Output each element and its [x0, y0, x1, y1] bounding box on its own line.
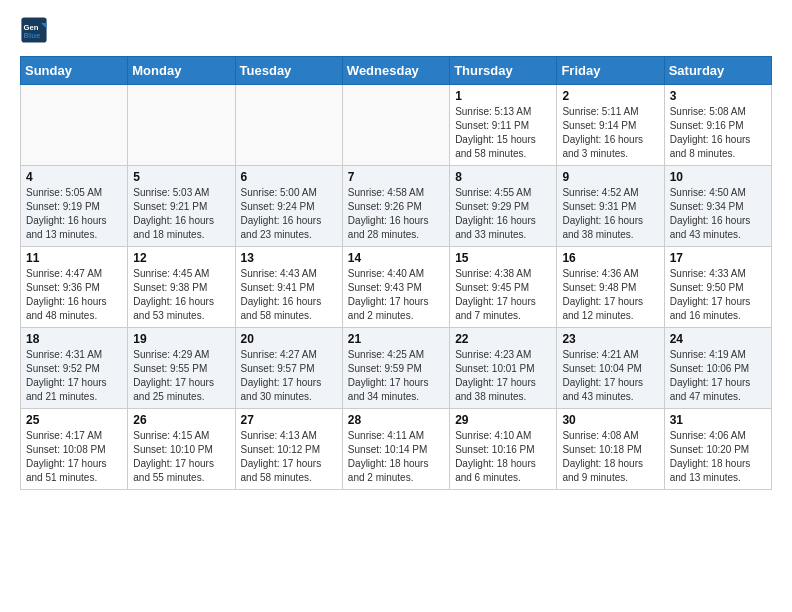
- day-number: 12: [133, 251, 229, 265]
- day-number: 29: [455, 413, 551, 427]
- weekday-header-tuesday: Tuesday: [235, 57, 342, 85]
- weekday-header-saturday: Saturday: [664, 57, 771, 85]
- calendar-cell: 29Sunrise: 4:10 AM Sunset: 10:16 PM Dayl…: [450, 409, 557, 490]
- calendar-cell: 31Sunrise: 4:06 AM Sunset: 10:20 PM Dayl…: [664, 409, 771, 490]
- day-info: Sunrise: 5:05 AM Sunset: 9:19 PM Dayligh…: [26, 186, 122, 242]
- day-info: Sunrise: 4:38 AM Sunset: 9:45 PM Dayligh…: [455, 267, 551, 323]
- calendar-cell: 8Sunrise: 4:55 AM Sunset: 9:29 PM Daylig…: [450, 166, 557, 247]
- day-number: 28: [348, 413, 444, 427]
- day-number: 24: [670, 332, 766, 346]
- weekday-header-friday: Friday: [557, 57, 664, 85]
- calendar-cell: 2Sunrise: 5:11 AM Sunset: 9:14 PM Daylig…: [557, 85, 664, 166]
- day-info: Sunrise: 4:47 AM Sunset: 9:36 PM Dayligh…: [26, 267, 122, 323]
- weekday-header-thursday: Thursday: [450, 57, 557, 85]
- day-info: Sunrise: 4:17 AM Sunset: 10:08 PM Daylig…: [26, 429, 122, 485]
- day-number: 5: [133, 170, 229, 184]
- day-number: 3: [670, 89, 766, 103]
- svg-text:Blue: Blue: [24, 31, 41, 40]
- day-number: 2: [562, 89, 658, 103]
- calendar-cell: 4Sunrise: 5:05 AM Sunset: 9:19 PM Daylig…: [21, 166, 128, 247]
- day-number: 19: [133, 332, 229, 346]
- day-info: Sunrise: 5:13 AM Sunset: 9:11 PM Dayligh…: [455, 105, 551, 161]
- day-number: 6: [241, 170, 337, 184]
- calendar-cell: 28Sunrise: 4:11 AM Sunset: 10:14 PM Dayl…: [342, 409, 449, 490]
- logo-icon: Gen Blue: [20, 16, 48, 44]
- day-info: Sunrise: 4:06 AM Sunset: 10:20 PM Daylig…: [670, 429, 766, 485]
- calendar-cell: 11Sunrise: 4:47 AM Sunset: 9:36 PM Dayli…: [21, 247, 128, 328]
- day-number: 23: [562, 332, 658, 346]
- day-info: Sunrise: 4:43 AM Sunset: 9:41 PM Dayligh…: [241, 267, 337, 323]
- day-number: 22: [455, 332, 551, 346]
- weekday-header-wednesday: Wednesday: [342, 57, 449, 85]
- day-number: 25: [26, 413, 122, 427]
- calendar-table: SundayMondayTuesdayWednesdayThursdayFrid…: [20, 56, 772, 490]
- calendar-cell: 10Sunrise: 4:50 AM Sunset: 9:34 PM Dayli…: [664, 166, 771, 247]
- week-row-1: 1Sunrise: 5:13 AM Sunset: 9:11 PM Daylig…: [21, 85, 772, 166]
- day-number: 7: [348, 170, 444, 184]
- day-info: Sunrise: 4:08 AM Sunset: 10:18 PM Daylig…: [562, 429, 658, 485]
- day-info: Sunrise: 4:13 AM Sunset: 10:12 PM Daylig…: [241, 429, 337, 485]
- day-info: Sunrise: 4:27 AM Sunset: 9:57 PM Dayligh…: [241, 348, 337, 404]
- day-number: 27: [241, 413, 337, 427]
- weekday-header-row: SundayMondayTuesdayWednesdayThursdayFrid…: [21, 57, 772, 85]
- day-info: Sunrise: 5:03 AM Sunset: 9:21 PM Dayligh…: [133, 186, 229, 242]
- calendar-cell: 7Sunrise: 4:58 AM Sunset: 9:26 PM Daylig…: [342, 166, 449, 247]
- day-number: 31: [670, 413, 766, 427]
- calendar-cell: 20Sunrise: 4:27 AM Sunset: 9:57 PM Dayli…: [235, 328, 342, 409]
- day-number: 9: [562, 170, 658, 184]
- day-number: 30: [562, 413, 658, 427]
- day-number: 20: [241, 332, 337, 346]
- day-info: Sunrise: 4:23 AM Sunset: 10:01 PM Daylig…: [455, 348, 551, 404]
- day-number: 14: [348, 251, 444, 265]
- day-info: Sunrise: 4:33 AM Sunset: 9:50 PM Dayligh…: [670, 267, 766, 323]
- page: Gen Blue SundayMondayTuesdayWednesdayThu…: [0, 0, 792, 510]
- calendar-cell: 27Sunrise: 4:13 AM Sunset: 10:12 PM Dayl…: [235, 409, 342, 490]
- calendar-cell: 24Sunrise: 4:19 AM Sunset: 10:06 PM Dayl…: [664, 328, 771, 409]
- calendar-cell: 17Sunrise: 4:33 AM Sunset: 9:50 PM Dayli…: [664, 247, 771, 328]
- calendar-cell: 5Sunrise: 5:03 AM Sunset: 9:21 PM Daylig…: [128, 166, 235, 247]
- day-info: Sunrise: 5:08 AM Sunset: 9:16 PM Dayligh…: [670, 105, 766, 161]
- day-number: 8: [455, 170, 551, 184]
- calendar-cell: 18Sunrise: 4:31 AM Sunset: 9:52 PM Dayli…: [21, 328, 128, 409]
- calendar-cell: 25Sunrise: 4:17 AM Sunset: 10:08 PM Dayl…: [21, 409, 128, 490]
- day-info: Sunrise: 4:40 AM Sunset: 9:43 PM Dayligh…: [348, 267, 444, 323]
- calendar-cell: 15Sunrise: 4:38 AM Sunset: 9:45 PM Dayli…: [450, 247, 557, 328]
- week-row-2: 4Sunrise: 5:05 AM Sunset: 9:19 PM Daylig…: [21, 166, 772, 247]
- day-info: Sunrise: 4:45 AM Sunset: 9:38 PM Dayligh…: [133, 267, 229, 323]
- day-number: 16: [562, 251, 658, 265]
- day-info: Sunrise: 4:15 AM Sunset: 10:10 PM Daylig…: [133, 429, 229, 485]
- day-info: Sunrise: 4:21 AM Sunset: 10:04 PM Daylig…: [562, 348, 658, 404]
- calendar-cell: [235, 85, 342, 166]
- weekday-header-sunday: Sunday: [21, 57, 128, 85]
- day-info: Sunrise: 4:25 AM Sunset: 9:59 PM Dayligh…: [348, 348, 444, 404]
- calendar-cell: 6Sunrise: 5:00 AM Sunset: 9:24 PM Daylig…: [235, 166, 342, 247]
- calendar-cell: 12Sunrise: 4:45 AM Sunset: 9:38 PM Dayli…: [128, 247, 235, 328]
- calendar-cell: 22Sunrise: 4:23 AM Sunset: 10:01 PM Dayl…: [450, 328, 557, 409]
- day-info: Sunrise: 4:29 AM Sunset: 9:55 PM Dayligh…: [133, 348, 229, 404]
- day-info: Sunrise: 4:10 AM Sunset: 10:16 PM Daylig…: [455, 429, 551, 485]
- day-info: Sunrise: 4:58 AM Sunset: 9:26 PM Dayligh…: [348, 186, 444, 242]
- calendar-cell: 26Sunrise: 4:15 AM Sunset: 10:10 PM Dayl…: [128, 409, 235, 490]
- day-number: 18: [26, 332, 122, 346]
- logo: Gen Blue: [20, 16, 52, 44]
- day-info: Sunrise: 4:31 AM Sunset: 9:52 PM Dayligh…: [26, 348, 122, 404]
- calendar-cell: 13Sunrise: 4:43 AM Sunset: 9:41 PM Dayli…: [235, 247, 342, 328]
- day-number: 10: [670, 170, 766, 184]
- calendar-cell: 21Sunrise: 4:25 AM Sunset: 9:59 PM Dayli…: [342, 328, 449, 409]
- calendar-cell: 23Sunrise: 4:21 AM Sunset: 10:04 PM Dayl…: [557, 328, 664, 409]
- day-number: 4: [26, 170, 122, 184]
- day-info: Sunrise: 5:00 AM Sunset: 9:24 PM Dayligh…: [241, 186, 337, 242]
- day-info: Sunrise: 5:11 AM Sunset: 9:14 PM Dayligh…: [562, 105, 658, 161]
- calendar-cell: [128, 85, 235, 166]
- day-number: 26: [133, 413, 229, 427]
- header: Gen Blue: [20, 16, 772, 44]
- day-info: Sunrise: 4:52 AM Sunset: 9:31 PM Dayligh…: [562, 186, 658, 242]
- day-number: 1: [455, 89, 551, 103]
- calendar-cell: 3Sunrise: 5:08 AM Sunset: 9:16 PM Daylig…: [664, 85, 771, 166]
- day-info: Sunrise: 4:50 AM Sunset: 9:34 PM Dayligh…: [670, 186, 766, 242]
- calendar-cell: 30Sunrise: 4:08 AM Sunset: 10:18 PM Dayl…: [557, 409, 664, 490]
- week-row-3: 11Sunrise: 4:47 AM Sunset: 9:36 PM Dayli…: [21, 247, 772, 328]
- day-info: Sunrise: 4:36 AM Sunset: 9:48 PM Dayligh…: [562, 267, 658, 323]
- calendar-cell: 9Sunrise: 4:52 AM Sunset: 9:31 PM Daylig…: [557, 166, 664, 247]
- calendar-cell: 19Sunrise: 4:29 AM Sunset: 9:55 PM Dayli…: [128, 328, 235, 409]
